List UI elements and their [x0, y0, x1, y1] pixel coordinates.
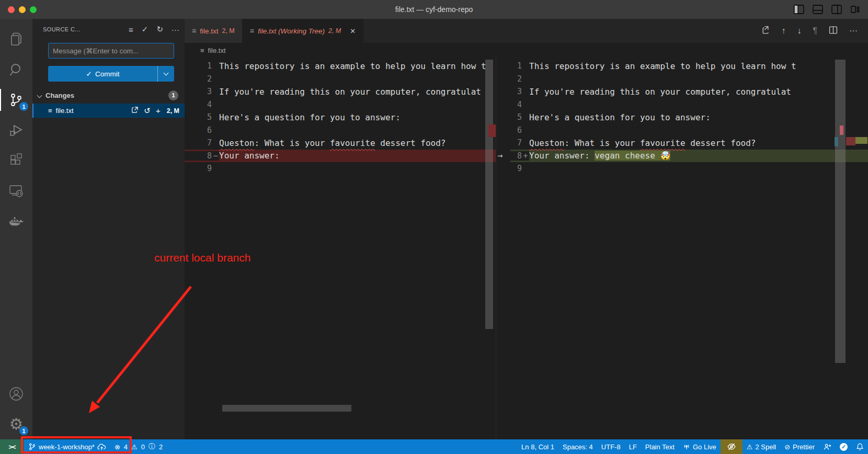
git-branch-icon — [28, 442, 36, 451]
view-as-list-icon[interactable]: ≡ — [129, 25, 133, 34]
toggle-secondary-sidebar-icon[interactable] — [831, 5, 842, 14]
diff-line[interactable]: 9 — [185, 162, 496, 175]
settings-badge: 1 — [19, 426, 28, 435]
diff-modified-pane[interactable]: 1This repository is an example to help y… — [510, 58, 868, 439]
changes-section-header[interactable]: Changes 1 — [32, 89, 185, 101]
tab-file-txt-working-tree[interactable]: ≡ file.txt (Working Tree) 2, M ✕ — [243, 19, 363, 43]
more-actions-icon[interactable]: ··· — [849, 26, 858, 36]
toggle-sidebar-icon[interactable] — [794, 5, 804, 14]
line-number: 2 — [185, 74, 212, 84]
diff-line[interactable]: 3If you're reading this on your computer… — [510, 85, 868, 98]
horizontal-scrollbar[interactable] — [222, 405, 351, 412]
broadcast-icon — [683, 443, 690, 450]
eol-item[interactable]: LF — [625, 439, 641, 454]
breadcrumb[interactable]: ≡ file.txt — [185, 43, 868, 58]
title-bar: file.txt — cyf-demo-repo — [0, 0, 868, 19]
whitespace-toggle-icon[interactable]: ¶ — [813, 26, 817, 36]
accounts-icon[interactable] — [0, 379, 32, 409]
stage-changes-icon[interactable]: + — [156, 106, 161, 115]
diff-original-pane[interactable]: 1This repository is an example to help y… — [185, 58, 496, 439]
split-editor-icon[interactable] — [829, 26, 838, 37]
commit-message-input[interactable] — [48, 43, 174, 59]
search-icon[interactable] — [0, 54, 32, 85]
encoding-item[interactable]: UTF-8 — [597, 439, 625, 454]
file-list-icon: ≡ — [200, 47, 204, 54]
discard-changes-icon[interactable]: ↺ — [144, 106, 151, 116]
line-number: 7 — [185, 138, 212, 147]
diff-line[interactable]: 8+Your answer: vegan cheese 🤯 — [510, 150, 868, 163]
diff-marker: + — [522, 151, 529, 161]
settings-gear-icon[interactable]: ⚙ 1 — [0, 409, 32, 439]
vscode-window: file.txt — cyf-demo-repo 1 — [0, 0, 868, 454]
line-number: 7 — [510, 138, 522, 147]
more-actions-icon[interactable]: ··· — [172, 25, 179, 34]
commit-check-icon: ✓ — [86, 70, 92, 78]
traffic-lights — [0, 6, 37, 13]
line-content: Your answer: — [219, 151, 496, 161]
problems-status-item[interactable]: ⊗ 4 ⚠ 0 ⓘ 2 — [110, 439, 168, 454]
previous-change-icon[interactable]: ↑ — [781, 26, 785, 36]
cursor-position-item[interactable]: Ln 8, Col 1 — [517, 439, 558, 454]
tab-file-txt[interactable]: ≡ file.txt 2, M — [185, 19, 243, 43]
diff-line[interactable]: 5Here's a question for you to answer: — [510, 111, 868, 124]
line-text: Your answer: — [529, 151, 595, 161]
next-change-icon[interactable]: ↓ — [797, 26, 801, 36]
diff-line[interactable]: 1This repository is an example to help y… — [510, 60, 868, 73]
commit-button[interactable]: ✓ Commit — [48, 66, 174, 82]
line-content: If you're reading this on your computer,… — [529, 87, 868, 97]
spell-checker-toggle-item[interactable] — [721, 439, 743, 454]
close-window-button[interactable] — [8, 6, 15, 13]
toggle-panel-icon[interactable] — [813, 5, 823, 14]
diff-line[interactable]: 7Queston: What is your favourite dessert… — [185, 137, 496, 150]
open-changes-icon[interactable] — [761, 26, 770, 37]
diff-line[interactable]: 5Here's a question for you to answer: — [185, 111, 496, 124]
diff-line[interactable]: 8−Your answer: — [185, 150, 496, 163]
tab-label: file.txt — [200, 27, 218, 35]
customize-layout-icon[interactable] — [850, 5, 861, 14]
diff-line[interactable]: 2 — [510, 73, 868, 86]
remote-explorer-icon[interactable] — [0, 176, 32, 206]
diff-line[interactable]: 4 — [185, 98, 496, 111]
zoom-window-button[interactable] — [30, 6, 37, 13]
chevron-down-icon — [37, 93, 42, 98]
diff-line[interactable]: 4 — [510, 98, 868, 111]
feedback-person-icon[interactable] — [819, 439, 836, 454]
changed-file-row[interactable]: ≡ file.txt ↺ + 2, M — [32, 104, 185, 118]
spell-problems-item[interactable]: ⚠ 2 Spell — [743, 439, 780, 454]
file-list-icon: ≡ — [192, 27, 196, 35]
misspelled-word: Queston — [219, 138, 254, 148]
open-file-icon[interactable] — [131, 106, 139, 116]
remote-indicator[interactable]: >< — [0, 439, 24, 454]
annotation-label: current local branch — [154, 252, 250, 264]
diff-line[interactable]: 2 — [185, 73, 496, 86]
go-live-item[interactable]: Go Live — [679, 439, 721, 454]
diff-line[interactable]: 9 — [510, 162, 868, 175]
vertical-scrollbar[interactable] — [835, 60, 846, 363]
sync-ok-item[interactable]: ✓ — [836, 439, 852, 454]
vertical-scrollbar[interactable] — [485, 60, 493, 329]
diff-line[interactable]: 6 — [510, 124, 868, 137]
spell-label: 2 Spell — [755, 443, 776, 451]
explorer-icon[interactable] — [0, 24, 32, 54]
refresh-icon[interactable]: ↻ — [156, 25, 163, 34]
notifications-bell-icon[interactable] — [852, 439, 868, 454]
prettier-item[interactable]: ⊘ Prettier — [780, 439, 819, 454]
diff-line[interactable]: 7Queston: What is your favourite dessert… — [510, 137, 868, 150]
extensions-icon[interactable] — [0, 145, 32, 176]
minimize-window-button[interactable] — [19, 6, 26, 13]
diff-line[interactable]: 6 — [185, 124, 496, 137]
warning-icon: ⚠ — [131, 443, 138, 451]
close-tab-icon[interactable]: ✕ — [350, 27, 356, 35]
go-live-label: Go Live — [693, 443, 716, 451]
indentation-item[interactable]: Spaces: 4 — [558, 439, 597, 454]
language-mode-item[interactable]: Plain Text — [641, 439, 679, 454]
docker-icon[interactable] — [0, 206, 32, 236]
branch-status-item[interactable]: week-1-workshop* — [24, 439, 110, 454]
commit-dropdown-button[interactable] — [157, 66, 174, 82]
source-control-icon[interactable]: 1 — [0, 85, 32, 115]
revert-change-arrow-icon[interactable]: → — [497, 149, 502, 162]
diff-line[interactable]: 3If you're reading this on your computer… — [185, 85, 496, 98]
commit-action-icon[interactable]: ✓ — [142, 25, 149, 34]
diff-line[interactable]: 1This repository is an example to help y… — [185, 60, 496, 73]
run-debug-icon[interactable] — [0, 115, 32, 145]
